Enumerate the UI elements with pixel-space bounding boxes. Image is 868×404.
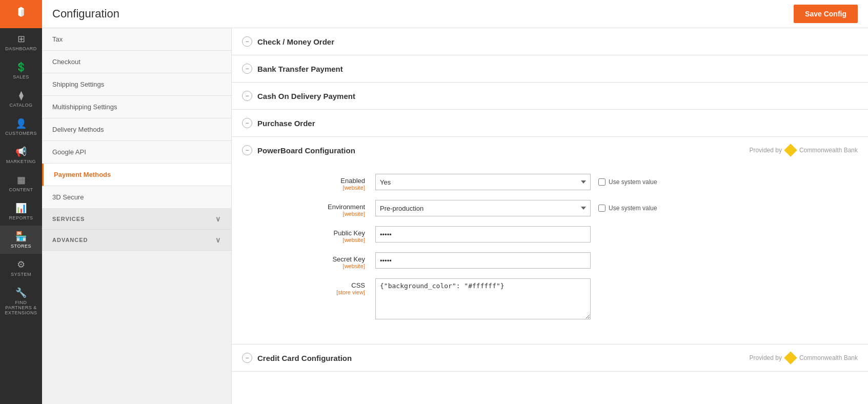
nav-item-reports[interactable]: 📊 REPORTS: [0, 197, 42, 226]
reports-icon: 📊: [15, 203, 27, 214]
config-sidebar: Tax Checkout Shipping Settings Multiship…: [42, 28, 232, 404]
nav-label-content: CONTENT: [9, 187, 33, 192]
environment-select[interactable]: Pre-production Production: [375, 200, 591, 216]
field-css: CSS [store view] {"background_color": "#…: [263, 278, 847, 319]
field-environment: Environment [website] Pre-production Pro…: [263, 200, 847, 217]
nav-item-partners[interactable]: 🔧 FIND PARTNERS & EXTENSIONS: [0, 282, 42, 320]
collapse-icon-pb: −: [242, 145, 252, 155]
accordion-cash-on-delivery: − Cash On Delivery Payment: [232, 83, 868, 110]
main-area: Configuration Save Config Tax Checkout S…: [42, 0, 868, 404]
nav-label-catalog: CATALOG: [9, 103, 32, 108]
sidebar-section-services[interactable]: SERVICES ∨: [42, 209, 231, 230]
sales-icon: 💲: [15, 62, 27, 73]
sidebar-item-payment-methods[interactable]: Payment Methods: [42, 164, 231, 186]
commonwealth-bank-diamond-icon: [784, 144, 797, 156]
nav-item-sales[interactable]: 💲 SALES: [0, 56, 42, 85]
magento-logo[interactable]: [0, 0, 42, 28]
accordion-header-purchase-order[interactable]: − Purchase Order: [232, 110, 868, 136]
accordion-title-cash-on-delivery: Cash On Delivery Payment: [257, 92, 355, 100]
nav-label-dashboard: DASHBOARD: [5, 46, 37, 51]
nav-item-dashboard[interactable]: ⊞ DASHBOARD: [0, 28, 42, 56]
enabled-sublabel: [website]: [263, 185, 365, 191]
use-system-value-enabled: Use system value: [598, 178, 657, 186]
powerboard-provider: Provided by Commonwealth Bank: [750, 146, 858, 155]
use-system-value-environment: Use system value: [598, 205, 657, 212]
accordion-title-powerboard: PowerBoard Configuration: [257, 146, 355, 155]
partners-icon: 🔧: [15, 287, 27, 298]
use-system-value-label-env: Use system value: [609, 205, 657, 212]
dashboard-icon: ⊞: [17, 33, 25, 45]
powerboard-config-body: Enabled [website] Yes No Use system valu…: [232, 164, 868, 344]
secret-key-label: Secret Key: [332, 255, 365, 263]
sidebar-item-delivery-methods[interactable]: Delivery Methods: [42, 118, 231, 141]
css-textarea[interactable]: {"background_color": "#ffffff"}: [375, 278, 591, 319]
nav-label-customers: CUSTOMERS: [5, 131, 37, 136]
accordion-title-purchase-order: Purchase Order: [257, 119, 315, 128]
accordion-header-cash-on-delivery[interactable]: − Cash On Delivery Payment: [232, 83, 868, 109]
marketing-icon: 📢: [15, 146, 27, 157]
field-secret-key: Secret Key [website]: [263, 252, 847, 269]
nav-item-system[interactable]: ⚙ SYSTEM: [0, 254, 42, 282]
use-system-value-label: Use system value: [609, 178, 657, 186]
commonwealth-bank-diamond-icon-cc: [784, 351, 797, 364]
accordion-header-bank-transfer[interactable]: − Bank Transfer Payment: [232, 55, 868, 82]
provider-name-cc: Commonwealth Bank: [799, 354, 858, 361]
accordion-purchase-order: − Purchase Order: [232, 110, 868, 137]
environment-sublabel: [website]: [263, 211, 365, 217]
provider-name-powerboard: Commonwealth Bank: [799, 147, 858, 154]
nav-label-partners: FIND PARTNERS & EXTENSIONS: [2, 300, 40, 315]
system-icon: ⚙: [17, 259, 25, 270]
main-content: − Check / Money Order − Bank Transfer Pa…: [232, 28, 868, 404]
use-system-value-enabled-checkbox[interactable]: [598, 178, 605, 186]
accordion-header-credit-card[interactable]: − Credit Card Configuration Provided by …: [232, 345, 868, 371]
public-key-sublabel: [website]: [263, 237, 365, 243]
expand-icon: −: [242, 64, 252, 74]
save-config-button[interactable]: Save Config: [794, 5, 858, 23]
chevron-down-icon: ∨: [215, 236, 221, 244]
enabled-label: Enabled: [340, 177, 365, 185]
credit-card-provider: Provided by Commonwealth Bank: [750, 353, 858, 362]
nav-item-marketing[interactable]: 📢 MARKETING: [0, 141, 42, 169]
sidebar-item-shipping-settings[interactable]: Shipping Settings: [42, 73, 231, 96]
enabled-select[interactable]: Yes No: [375, 174, 591, 190]
accordion-title-check-money-order: Check / Money Order: [257, 37, 334, 46]
nav-label-marketing: MARKETING: [6, 159, 36, 164]
nav-item-stores[interactable]: 🏪 STORES: [0, 226, 42, 254]
expand-icon-po: −: [242, 118, 252, 128]
field-enabled: Enabled [website] Yes No Use system valu…: [263, 174, 847, 191]
public-key-label: Public Key: [334, 229, 365, 237]
expand-icon-cc: −: [242, 353, 252, 363]
accordion-title-bank-transfer: Bank Transfer Payment: [257, 65, 343, 73]
provided-by-label-cc: Provided by: [750, 354, 782, 361]
collapse-icon: −: [242, 36, 252, 47]
nav-label-sales: SALES: [13, 74, 29, 79]
css-label: CSS: [351, 281, 365, 289]
css-sublabel: [store view]: [263, 289, 365, 295]
nav-label-stores: STORES: [11, 244, 31, 249]
sidebar-section-advanced[interactable]: ADVANCED ∨: [42, 230, 231, 251]
nav-item-customers[interactable]: 👤 CUSTOMERS: [0, 113, 42, 141]
secret-key-sublabel: [website]: [263, 263, 365, 269]
page-title: Configuration: [52, 7, 119, 21]
expand-icon-cod: −: [242, 91, 252, 101]
accordion-check-money-order: − Check / Money Order: [232, 28, 868, 55]
sidebar-item-tax[interactable]: Tax: [42, 28, 231, 51]
left-navigation: ⊞ DASHBOARD 💲 SALES ⧫ CATALOG 👤 CUSTOMER…: [0, 0, 42, 404]
sidebar-item-google-api[interactable]: Google API: [42, 141, 231, 164]
catalog-icon: ⧫: [19, 90, 24, 101]
public-key-input[interactable]: [375, 226, 591, 243]
top-header: Configuration Save Config: [42, 0, 868, 28]
nav-item-content[interactable]: ▦ CONTENT: [0, 169, 42, 197]
sidebar-item-checkout[interactable]: Checkout: [42, 51, 231, 73]
use-system-value-environment-checkbox[interactable]: [598, 205, 605, 212]
accordion-header-check-money-order[interactable]: − Check / Money Order: [232, 28, 868, 55]
accordion-header-powerboard[interactable]: − PowerBoard Configuration Provided by C…: [232, 137, 868, 164]
nav-item-catalog[interactable]: ⧫ CATALOG: [0, 85, 42, 113]
accordion-bank-transfer: − Bank Transfer Payment: [232, 55, 868, 83]
content-area: Tax Checkout Shipping Settings Multiship…: [42, 28, 868, 404]
sidebar-item-3d-secure[interactable]: 3D Secure: [42, 186, 231, 209]
secret-key-input[interactable]: [375, 252, 591, 269]
customers-icon: 👤: [15, 118, 27, 129]
sidebar-item-multishipping-settings[interactable]: Multishipping Settings: [42, 96, 231, 118]
accordion-powerboard-config: − PowerBoard Configuration Provided by C…: [232, 137, 868, 345]
